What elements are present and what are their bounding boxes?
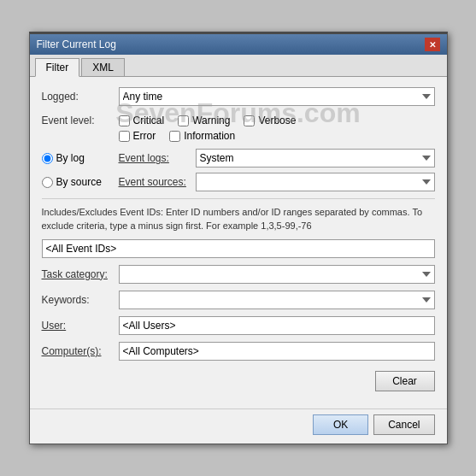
checkbox-verbose: Verbose xyxy=(244,115,296,126)
logged-row: Logged: Any time Last hour Last 12 hours… xyxy=(42,87,435,106)
event-sources-select[interactable] xyxy=(196,173,435,191)
event-logs-label: Event logs: xyxy=(119,152,196,164)
logged-label: Logged: xyxy=(42,91,119,103)
bysource-radio-wrapper: By source xyxy=(42,176,110,188)
filter-dialog: Filter Current Log ✕ SevenForums.com Fil… xyxy=(29,32,448,444)
bylog-radio-label: By log xyxy=(42,152,110,164)
description-text: Includes/Excludes Event IDs: Enter ID nu… xyxy=(42,198,435,232)
checkboxes-row-2: Error Information xyxy=(119,130,310,142)
event-level-label: Event level: xyxy=(42,115,119,126)
bysource-radio-label: By source xyxy=(42,176,110,188)
information-checkbox[interactable] xyxy=(169,131,180,142)
keywords-select[interactable] xyxy=(119,291,435,309)
ok-button[interactable]: OK xyxy=(313,414,368,435)
computer-row: Computer(s): xyxy=(42,342,435,361)
task-category-select[interactable] xyxy=(119,265,435,284)
logged-select-wrapper: Any time Last hour Last 12 hours Last 24… xyxy=(119,87,435,106)
tab-xml[interactable]: XML xyxy=(81,58,125,76)
title-bar: Filter Current Log ✕ xyxy=(30,34,447,55)
dialog-title: Filter Current Log xyxy=(37,38,116,50)
event-level-row: Event level: Critical Warning xyxy=(42,115,435,145)
dialog-body: SevenForums.com Filter XML Logged: Any t… xyxy=(30,55,447,444)
user-label: User: xyxy=(42,320,119,332)
keywords-select-wrapper xyxy=(119,291,435,309)
red-arrow-indicator: ← xyxy=(445,171,447,193)
bylog-label-text: By log xyxy=(56,152,85,164)
keywords-label: Keywords: xyxy=(42,294,119,306)
clear-button-row: Clear xyxy=(42,371,435,391)
verbose-checkbox[interactable] xyxy=(244,115,255,126)
keywords-row: Keywords: xyxy=(42,291,435,309)
logged-select[interactable]: Any time Last hour Last 12 hours Last 24… xyxy=(119,87,435,106)
checkboxes-row-1: Critical Warning Verbose xyxy=(119,115,310,126)
tab-filter[interactable]: Filter xyxy=(35,58,80,77)
checkbox-information: Information xyxy=(169,130,235,142)
task-category-label: Task category: xyxy=(42,268,119,280)
bottom-buttons: OK Cancel xyxy=(30,408,447,444)
warning-checkbox[interactable] xyxy=(178,115,189,126)
user-input[interactable] xyxy=(119,316,435,335)
task-category-row: Task category: xyxy=(42,265,435,284)
checkbox-error: Error xyxy=(119,130,156,142)
tab-bar: Filter XML xyxy=(30,55,447,77)
user-input-wrapper xyxy=(119,316,435,335)
event-sources-label: Event sources: xyxy=(119,176,196,188)
bysource-row: By source Event sources: ← xyxy=(42,173,435,191)
bylog-row: By log Event logs: System Application Se… xyxy=(42,149,435,167)
information-label: Information xyxy=(184,130,235,142)
event-sources-wrapper: ← xyxy=(196,173,435,191)
verbose-label: Verbose xyxy=(258,115,296,126)
event-ids-input[interactable] xyxy=(42,239,435,258)
cancel-button[interactable]: Cancel xyxy=(373,414,434,435)
computer-label: Computer(s): xyxy=(42,345,119,357)
warning-label: Warning xyxy=(192,115,230,126)
checkbox-critical: Critical xyxy=(119,115,165,126)
close-button[interactable]: ✕ xyxy=(425,38,440,51)
critical-checkbox[interactable] xyxy=(119,115,130,126)
event-logs-select-wrapper: System Application Security xyxy=(196,149,435,167)
event-logs-select[interactable]: System Application Security xyxy=(196,149,435,167)
user-row: User: xyxy=(42,316,435,335)
error-checkbox[interactable] xyxy=(119,131,130,142)
bysource-label-text: By source xyxy=(56,176,102,188)
bysource-radio[interactable] xyxy=(42,177,53,188)
bylog-radio[interactable] xyxy=(42,153,53,164)
event-level-checkboxes: Critical Warning Verbose xyxy=(119,115,310,145)
computer-input[interactable] xyxy=(119,342,435,361)
task-category-select-wrapper xyxy=(119,265,435,284)
clear-button[interactable]: Clear xyxy=(375,371,435,391)
error-label: Error xyxy=(133,130,156,142)
critical-label: Critical xyxy=(133,115,165,126)
checkbox-warning: Warning xyxy=(178,115,230,126)
filter-content: Logged: Any time Last hour Last 12 hours… xyxy=(30,77,447,408)
red-arrow-icon: ← xyxy=(445,171,447,193)
event-ids-row xyxy=(42,239,435,258)
bylog-radio-wrapper: By log xyxy=(42,152,110,164)
computer-input-wrapper xyxy=(119,342,435,361)
